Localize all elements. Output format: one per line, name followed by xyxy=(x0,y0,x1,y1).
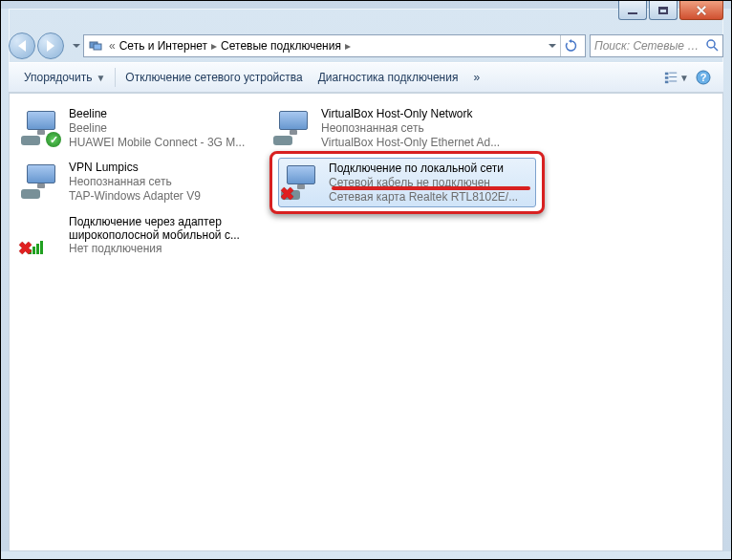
forward-button[interactable] xyxy=(37,32,64,59)
help-icon: ? xyxy=(696,70,711,85)
connection-icon: ✓ xyxy=(21,109,63,147)
svg-rect-4 xyxy=(665,73,669,75)
connection-item-vpn-lumpics[interactable]: VPN Lumpics Неопознанная сеть TAP-Window… xyxy=(19,157,268,206)
nav-history-dropdown[interactable] xyxy=(70,35,83,56)
connection-icon xyxy=(273,109,315,147)
disable-device-button[interactable]: Отключение сетевого устройства xyxy=(118,67,310,88)
close-icon xyxy=(697,6,706,15)
svg-rect-8 xyxy=(665,81,669,84)
overflow-label: » xyxy=(473,71,480,84)
address-bar[interactable]: « Сеть и Интернет ▸ Сетевые подключения … xyxy=(83,34,586,57)
toolbar-overflow-button[interactable]: » xyxy=(465,67,487,88)
connection-item-broadband[interactable]: ✖ Подключение через адаптер широкополосн… xyxy=(19,210,268,260)
svg-rect-9 xyxy=(669,81,677,82)
content-area: ✓ Beeline Beeline HUAWEI Mobile Connect … xyxy=(9,93,723,551)
svg-rect-6 xyxy=(665,76,669,79)
connection-icon: ✖ xyxy=(281,163,323,202)
connection-item-beeline[interactable]: ✓ Beeline Beeline HUAWEI Mobile Connect … xyxy=(19,103,268,153)
refresh-button[interactable] xyxy=(560,35,581,56)
search-placeholder: Поиск: Сетевые подключения xyxy=(594,39,705,53)
connection-name: Подключение по локальной сети xyxy=(329,162,518,176)
diagnose-button[interactable]: Диагностика подключения xyxy=(311,67,466,88)
breadcrumb-sep: ▸ xyxy=(209,39,219,53)
underline-annotation xyxy=(332,186,530,190)
connection-device: Сетевая карта Realtek RTL8102E/... xyxy=(329,190,518,205)
connection-icon xyxy=(21,162,63,201)
search-icon xyxy=(705,38,719,54)
svg-rect-7 xyxy=(669,76,677,77)
close-button[interactable] xyxy=(679,1,723,20)
toolbar: Упорядочить ▼ Отключение сетевого устрой… xyxy=(9,62,723,93)
breadcrumb-level1[interactable]: Сеть и Интернет xyxy=(118,39,209,53)
connection-icon: ✖ xyxy=(21,216,63,254)
svg-rect-5 xyxy=(669,73,677,74)
connection-status: Нет подключения xyxy=(69,242,266,256)
connection-status: Beeline xyxy=(69,121,245,136)
connection-name: Подключение через адаптер широкополосной… xyxy=(69,215,266,242)
connection-status: Неопознанная сеть xyxy=(321,121,500,136)
view-icon xyxy=(664,70,678,85)
breadcrumb-level2[interactable]: Сетевые подключения xyxy=(219,39,343,53)
breadcrumb-root-sep: « xyxy=(107,39,118,53)
diagnose-label: Диагностика подключения xyxy=(318,71,459,84)
connection-device: VirtualBox Host-Only Ethernet Ad... xyxy=(321,136,500,150)
chevron-down-icon: ▼ xyxy=(679,73,689,83)
help-button[interactable]: ? xyxy=(691,67,716,88)
connection-name: VirtualBox Host-Only Network xyxy=(321,107,500,121)
organize-label: Упорядочить xyxy=(24,71,92,84)
connection-device: TAP-Windows Adapter V9 xyxy=(69,189,201,204)
highlight-callout: ✖ Подключение по локальной сети Сетевой … xyxy=(269,151,545,214)
minimize-icon xyxy=(628,12,637,14)
separator xyxy=(115,68,116,87)
network-location-icon xyxy=(88,38,103,54)
connection-name: VPN Lumpics xyxy=(69,161,201,175)
view-options-button[interactable]: ▼ xyxy=(664,67,689,88)
disable-label: Отключение сетевого устройства xyxy=(125,71,302,84)
organize-button[interactable]: Упорядочить ▼ xyxy=(16,67,113,88)
maximize-button[interactable] xyxy=(649,1,678,20)
svg-point-2 xyxy=(707,40,715,48)
refresh-icon xyxy=(565,39,578,53)
svg-rect-1 xyxy=(94,44,101,50)
connection-name: Beeline xyxy=(69,107,245,121)
chevron-down-icon xyxy=(73,44,80,48)
maximize-icon xyxy=(658,7,668,14)
status-error-icon: ✖ xyxy=(279,186,294,202)
status-error-icon: ✖ xyxy=(17,241,32,256)
chevron-down-icon: ▼ xyxy=(96,73,105,83)
address-dropdown-icon[interactable] xyxy=(549,44,556,48)
status-ok-icon: ✓ xyxy=(46,132,61,147)
arrow-left-icon xyxy=(18,40,26,52)
svg-line-3 xyxy=(714,47,718,51)
search-input[interactable]: Поиск: Сетевые подключения xyxy=(590,34,723,57)
back-button[interactable] xyxy=(9,32,35,59)
arrow-right-icon xyxy=(47,40,54,52)
connection-item-virtualbox[interactable]: VirtualBox Host-Only Network Неопознанна… xyxy=(271,103,520,153)
svg-text:?: ? xyxy=(700,72,707,83)
connection-item-lan[interactable]: ✖ Подключение по локальной сети Сетевой … xyxy=(278,158,536,207)
breadcrumb-sep-tail: ▸ xyxy=(343,39,353,53)
connection-device: HUAWEI Mobile Connect - 3G M... xyxy=(69,136,245,150)
connection-status: Неопознанная сеть xyxy=(69,175,201,189)
minimize-button[interactable] xyxy=(618,1,647,20)
